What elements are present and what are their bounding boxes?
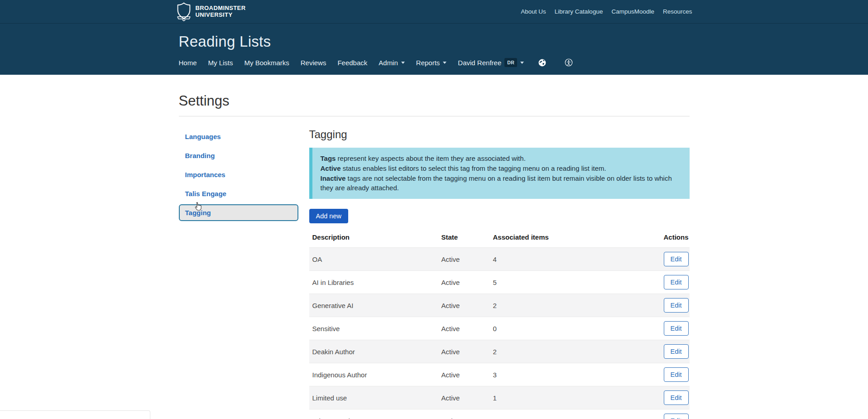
user-initials-badge: DR [504, 58, 517, 67]
chevron-down-icon [401, 62, 405, 64]
tag-state: Active [441, 348, 493, 356]
edit-button[interactable]: Edit [664, 344, 689, 359]
tag-state: Active [441, 417, 493, 419]
settings-sidebar: Languages Branding Importances Talis Eng… [179, 128, 298, 223]
edit-button[interactable]: Edit [664, 414, 689, 419]
tag-state: Active [441, 371, 493, 379]
table-row: Print text only Active 1 Edit [309, 409, 690, 419]
tag-state: Active [441, 302, 493, 309]
site-header: Reading Lists Home My Lists My Bookmarks… [0, 24, 868, 75]
link-campusmoodle[interactable]: CampusMoodle [611, 8, 654, 15]
edit-button[interactable]: Edit [664, 321, 689, 336]
table-row: Generative AI Active 2 Edit [309, 294, 690, 317]
chevron-down-icon [443, 62, 446, 64]
chevron-down-icon [520, 62, 524, 64]
col-header-description: Description [309, 233, 441, 241]
tagging-info-box: Tags represent key aspects about the ite… [309, 148, 690, 199]
info-line-inactive: Inactive tags are not selectable from th… [321, 173, 681, 193]
tag-associated-items: 2 [493, 302, 662, 309]
col-header-actions: Actions [662, 233, 690, 241]
sidebar-item-importances[interactable]: Importances [179, 166, 298, 183]
edit-button[interactable]: Edit [664, 275, 689, 289]
tag-description: Generative AI [309, 302, 441, 309]
link-resources[interactable]: Resources [663, 8, 692, 15]
table-row: AI in Libraries Active 5 Edit [309, 270, 690, 294]
top-utility-bar: BROADMINSTER UNIVERSITY About Us Library… [0, 0, 868, 24]
table-row: Deakin Author Active 2 Edit [309, 340, 690, 363]
tag-state: Active [441, 394, 493, 402]
col-header-state: State [441, 233, 493, 241]
tag-associated-items: 3 [493, 371, 662, 379]
tags-table: Description State Associated items Actio… [309, 229, 690, 419]
nav-feedback[interactable]: Feedback [337, 59, 367, 67]
tag-associated-items: 1 [493, 394, 662, 402]
section-title: Tagging [309, 128, 690, 141]
university-shield-icon [176, 2, 192, 21]
nav-reports-dropdown[interactable]: Reports [416, 59, 447, 67]
table-header-row: Description State Associated items Actio… [309, 229, 690, 247]
main-navigation: Home My Lists My Bookmarks Reviews Feedb… [179, 58, 690, 75]
divider [179, 116, 690, 116]
tag-description: Sensitive [309, 325, 441, 332]
tag-description: Print text only [309, 417, 441, 419]
tag-description: AI in Libraries [309, 279, 441, 286]
table-row: Limited use Active 1 Edit [309, 386, 690, 409]
tag-state: Active [441, 279, 493, 286]
tag-associated-items: 5 [493, 279, 662, 286]
university-logo[interactable]: BROADMINSTER UNIVERSITY [176, 2, 246, 21]
nav-my-lists[interactable]: My Lists [208, 59, 233, 67]
university-name: BROADMINSTER UNIVERSITY [196, 5, 246, 18]
page-title: Settings [179, 93, 690, 109]
table-row: Sensitive Active 0 Edit [309, 317, 690, 340]
table-row: OA Active 4 Edit [309, 247, 690, 270]
tag-description: OA [309, 255, 441, 263]
sidebar-item-branding[interactable]: Branding [179, 147, 298, 164]
edit-button[interactable]: Edit [664, 390, 689, 405]
nav-my-bookmarks[interactable]: My Bookmarks [245, 59, 289, 67]
nav-admin-dropdown[interactable]: Admin [379, 59, 405, 67]
tag-description: Indigenous Author [309, 371, 441, 379]
edit-button[interactable]: Edit [664, 367, 689, 382]
sidebar-item-languages[interactable]: Languages [179, 128, 298, 145]
tag-associated-items: 2 [493, 348, 662, 356]
edit-button[interactable]: Edit [664, 298, 689, 313]
tag-description: Deakin Author [309, 348, 441, 356]
info-line-active: Active status enables list editors to se… [321, 164, 681, 173]
tag-associated-items: 1 [493, 417, 662, 419]
accessibility-icon[interactable] [564, 58, 573, 67]
sidebar-item-talis-engage[interactable]: Talis Engage [179, 185, 298, 202]
user-name: David Renfree [458, 59, 501, 67]
tag-state: Active [441, 325, 493, 332]
nav-user-menu[interactable]: David Renfree DR [458, 58, 524, 67]
nav-home[interactable]: Home [179, 59, 197, 67]
utility-links: About Us Library Catalogue CampusMoodle … [521, 8, 692, 15]
tag-associated-items: 4 [493, 255, 662, 263]
add-new-button[interactable]: Add new [309, 209, 348, 223]
link-library-catalogue[interactable]: Library Catalogue [555, 8, 603, 15]
sidebar-item-tagging[interactable]: Tagging [179, 204, 298, 221]
nav-reviews[interactable]: Reviews [301, 59, 326, 67]
tag-description: Limited use [309, 394, 441, 402]
globe-icon[interactable] [538, 58, 547, 67]
site-title: Reading Lists [179, 33, 690, 50]
tag-associated-items: 0 [493, 325, 662, 332]
link-about-us[interactable]: About Us [521, 8, 546, 15]
info-line-tags: Tags represent key aspects about the ite… [321, 154, 681, 164]
edit-button[interactable]: Edit [664, 252, 689, 266]
col-header-associated-items: Associated items [493, 233, 662, 241]
table-row: Indigenous Author Active 3 Edit [309, 363, 690, 386]
browser-status-bubble [0, 410, 150, 419]
tag-state: Active [441, 255, 493, 263]
